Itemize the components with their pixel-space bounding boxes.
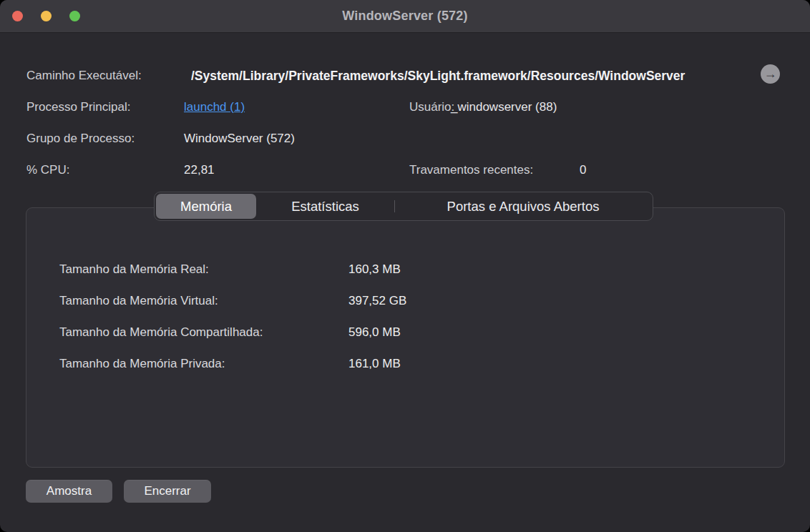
- memory-row-label: Tamanho da Memória Compartilhada:: [59, 324, 263, 341]
- memory-row-value: 596,0 MB: [348, 324, 401, 341]
- parent-process-link[interactable]: launchd (1): [184, 100, 245, 114]
- exec-path-label: Caminho Executável:: [26, 67, 142, 84]
- sample-button[interactable]: Amostra: [26, 480, 112, 503]
- recent-crashes-label: Travamentos recentes:: [409, 162, 533, 179]
- quit-button[interactable]: Encerrar: [124, 480, 211, 503]
- memory-row-label: Tamanho da Memória Virtual:: [59, 292, 218, 310]
- memory-row-value: 160,3 MB: [348, 261, 401, 278]
- exec-path-value: /System/Library/PrivateFrameworks/SkyLig…: [191, 66, 751, 85]
- memory-row-value: 161,0 MB: [348, 355, 401, 373]
- parent-process-link-row: launchd (1): [184, 99, 245, 116]
- titlebar: WindowServer (572): [0, 0, 810, 33]
- close-button[interactable]: [12, 11, 23, 21]
- memory-row-label: Tamanho da Memória Real:: [59, 261, 209, 278]
- arrow-right-icon: →: [764, 66, 777, 81]
- zoom-button[interactable]: [69, 11, 80, 21]
- tab-statistics[interactable]: Estatísticas: [256, 194, 394, 219]
- traffic-lights: [12, 11, 80, 21]
- window-title: WindowServer (572): [342, 9, 468, 24]
- tab-memory[interactable]: Memória: [156, 194, 256, 219]
- user-value: _windowserver (88): [451, 99, 557, 116]
- tab-ports-open-files[interactable]: Portas e Arquivos Abertos: [395, 194, 651, 219]
- cpu-label: % CPU:: [26, 162, 69, 179]
- recent-crashes-value: 0: [580, 162, 586, 179]
- process-group-label: Grupo de Processo:: [26, 130, 135, 147]
- cpu-value: 22,81: [184, 162, 215, 179]
- parent-process-label: Processo Principal:: [26, 99, 131, 116]
- user-label: Usuário:: [409, 99, 454, 116]
- minimize-button[interactable]: [41, 11, 52, 21]
- reveal-path-button[interactable]: →: [761, 64, 780, 84]
- memory-row-value: 397,52 GB: [348, 292, 406, 310]
- memory-row-label: Tamanho da Memória Privada:: [59, 355, 225, 373]
- process-info-window: WindowServer (572) Caminho Executável: /…: [0, 0, 810, 532]
- tab-bar: Memória Estatísticas Portas e Arquivos A…: [154, 192, 653, 221]
- process-group-value: WindowServer (572): [184, 130, 295, 147]
- tab-content-panel: Tamanho da Memória Real: 160,3 MB Tamanh…: [26, 207, 785, 468]
